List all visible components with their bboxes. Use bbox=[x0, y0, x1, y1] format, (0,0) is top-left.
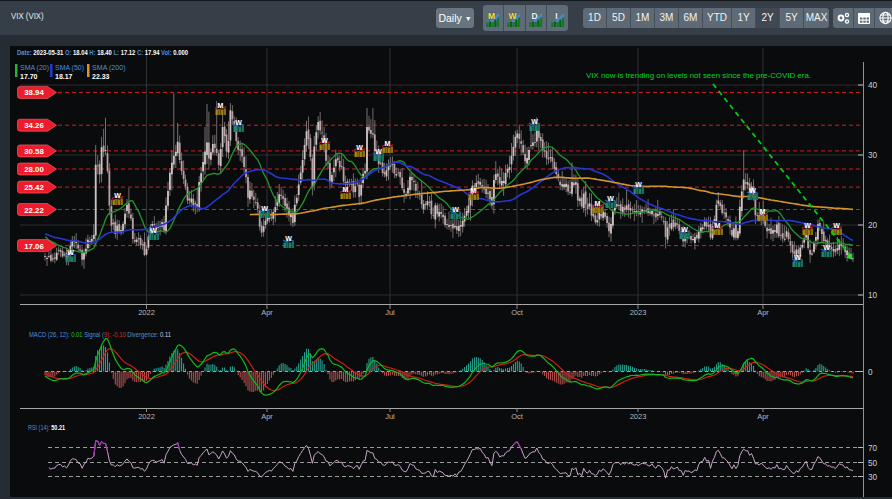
svg-text:2023: 2023 bbox=[630, 412, 647, 421]
svg-text:D: D bbox=[531, 10, 537, 20]
svg-text:Jul: Jul bbox=[385, 308, 395, 317]
svg-text:VIX now is trending on levels: VIX now is trending on levels not seen s… bbox=[586, 71, 811, 80]
svg-text:M: M bbox=[488, 10, 495, 20]
svg-text:30.58: 30.58 bbox=[24, 147, 44, 156]
svg-text:2022: 2022 bbox=[138, 308, 155, 317]
svg-text:38.94: 38.94 bbox=[24, 88, 44, 97]
svg-text:70: 70 bbox=[868, 444, 878, 453]
svg-text:Apr: Apr bbox=[261, 412, 273, 421]
svg-text:34.26: 34.26 bbox=[24, 121, 44, 130]
svg-text:Apr: Apr bbox=[261, 308, 273, 317]
svg-text:50: 50 bbox=[868, 459, 878, 468]
svg-text:Date: 2023-05-31 O: 18.04 H: 1: Date: 2023-05-31 O: 18.04 H: 18.40 L: 17… bbox=[17, 48, 188, 57]
svg-text:17.06: 17.06 bbox=[24, 242, 44, 251]
svg-text:Apr: Apr bbox=[757, 308, 769, 317]
svg-text:10: 10 bbox=[868, 291, 878, 300]
svg-text:Jul: Jul bbox=[385, 412, 395, 421]
svg-text:RSI (14): 50.21: RSI (14): 50.21 bbox=[28, 423, 65, 432]
svg-text:22.33: 22.33 bbox=[92, 72, 110, 81]
svg-text:20: 20 bbox=[868, 221, 878, 230]
svg-text:25.42: 25.42 bbox=[24, 183, 44, 192]
svg-text:17.70: 17.70 bbox=[20, 72, 38, 81]
svg-text:22.22: 22.22 bbox=[24, 206, 44, 215]
svg-text:Oct: Oct bbox=[511, 308, 524, 317]
svg-text:40: 40 bbox=[868, 81, 878, 90]
svg-text:0: 0 bbox=[868, 368, 873, 377]
svg-text:18.17: 18.17 bbox=[55, 72, 73, 81]
svg-text:Oct: Oct bbox=[511, 412, 524, 421]
svg-text:30: 30 bbox=[868, 473, 878, 482]
svg-text:30: 30 bbox=[868, 151, 878, 160]
svg-text:Apr: Apr bbox=[757, 412, 769, 421]
svg-text:MACD (26, 12): 0.01 Signal (9): MACD (26, 12): 0.01 Signal (9): -0.10 Di… bbox=[29, 330, 171, 339]
svg-text:W: W bbox=[509, 10, 518, 20]
svg-text:2022: 2022 bbox=[138, 412, 155, 421]
svg-text:I: I bbox=[555, 10, 557, 20]
svg-text:2023: 2023 bbox=[630, 308, 647, 317]
svg-text:28.00: 28.00 bbox=[24, 165, 44, 174]
